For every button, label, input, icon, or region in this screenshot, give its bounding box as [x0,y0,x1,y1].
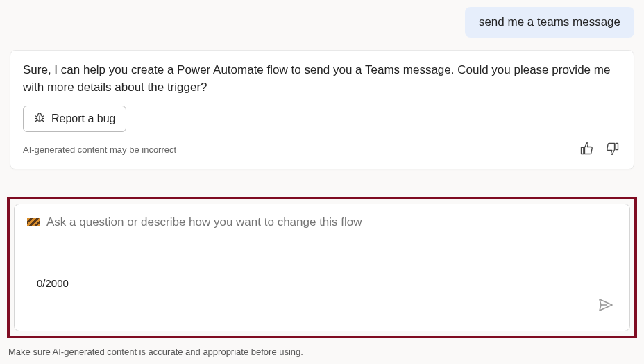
prompt-input[interactable] [46,215,617,229]
chat-area: send me a teams message Sure, I can help… [0,0,644,169]
svg-line-2 [35,116,37,117]
bug-icon [33,111,46,126]
report-bug-button[interactable]: Report a bug [23,106,126,132]
assistant-message-text: Sure, I can help you create a Power Auto… [23,62,621,96]
footer-disclaimer: Make sure AI-generated content is accura… [8,347,303,357]
character-count: 0/2000 [37,277,69,289]
user-message-row: send me a teams message [10,7,634,38]
assistant-message-card: Sure, I can help you create a Power Auto… [10,50,634,169]
input-top-row [27,215,617,229]
svg-line-7 [42,120,44,122]
input-card[interactable]: 0/2000 [14,204,630,331]
send-button[interactable] [595,294,617,318]
thumbs-down-button[interactable] [604,140,621,159]
svg-line-6 [35,120,37,122]
ai-disclaimer: AI-generated content may be incorrect [23,144,176,155]
user-message: send me a teams message [465,7,634,38]
thumbs-up-button[interactable] [578,140,595,159]
report-bug-label: Report a bug [51,113,116,125]
construction-stripe-icon [27,218,40,226]
assistant-card-footer: AI-generated content may be incorrect [23,140,621,159]
feedback-buttons [578,140,621,159]
input-section-highlighted: 0/2000 [7,197,637,338]
svg-line-3 [42,116,44,117]
